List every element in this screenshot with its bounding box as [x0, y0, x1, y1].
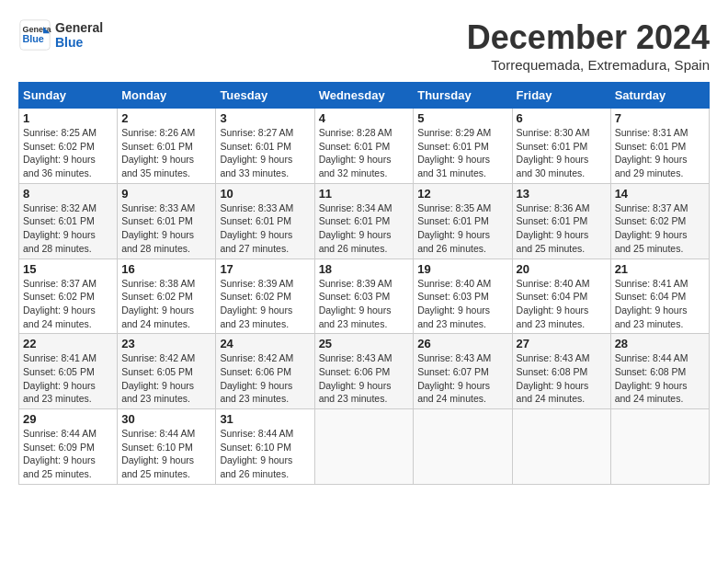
day-info-text: Daylight: 9 hours: [220, 153, 310, 167]
day-info-text: Sunrise: 8:36 AM: [517, 201, 607, 215]
calendar-day-20: 20Sunrise: 8:40 AMSunset: 6:04 PMDayligh…: [512, 259, 610, 334]
day-info-text: Sunrise: 8:44 AM: [615, 351, 705, 365]
day-number: 20: [517, 262, 607, 276]
calendar-header-thursday: Thursday: [414, 83, 512, 109]
day-info-text: and 23 minutes.: [615, 317, 705, 331]
day-info-text: and 25 minutes.: [121, 467, 211, 481]
day-info-text: Sunrise: 8:28 AM: [319, 126, 410, 140]
logo: General Blue General Blue: [18, 18, 103, 52]
day-number: 18: [319, 262, 410, 276]
calendar-day-4: 4Sunrise: 8:28 AMSunset: 6:01 PMDaylight…: [314, 109, 414, 184]
day-number: 12: [417, 187, 507, 201]
day-info-text: Sunset: 6:07 PM: [417, 365, 507, 379]
day-info-text: and 29 minutes.: [615, 167, 705, 180]
day-number: 4: [319, 111, 410, 125]
day-number: 29: [23, 412, 113, 426]
calendar-day-24: 24Sunrise: 8:42 AMSunset: 6:06 PMDayligh…: [216, 334, 314, 409]
calendar-day-2: 2Sunrise: 8:26 AMSunset: 6:01 PMDaylight…: [118, 109, 216, 184]
day-info-text: Sunset: 6:02 PM: [23, 290, 113, 304]
calendar-day-25: 25Sunrise: 8:43 AMSunset: 6:06 PMDayligh…: [314, 334, 414, 409]
day-info-text: Daylight: 9 hours: [417, 153, 507, 167]
day-info-text: Sunset: 6:02 PM: [23, 140, 113, 154]
day-info-text: and 28 minutes.: [23, 242, 113, 256]
calendar-week-3: 15Sunrise: 8:37 AMSunset: 6:02 PMDayligh…: [19, 259, 710, 334]
calendar-empty: [610, 409, 709, 485]
calendar-table: SundayMondayTuesdayWednesdayThursdayFrid…: [18, 82, 710, 485]
day-info-text: Sunset: 6:01 PM: [517, 214, 607, 228]
calendar-week-5: 29Sunrise: 8:44 AMSunset: 6:09 PMDayligh…: [19, 409, 710, 485]
day-info-text: Sunrise: 8:43 AM: [517, 351, 607, 365]
day-number: 13: [517, 187, 607, 201]
calendar-header-wednesday: Wednesday: [314, 83, 414, 109]
day-number: 15: [23, 262, 113, 276]
day-info-text: and 33 minutes.: [220, 167, 310, 180]
day-info-text: Sunrise: 8:43 AM: [417, 351, 507, 365]
day-number: 25: [319, 337, 410, 350]
day-info-text: Daylight: 9 hours: [319, 228, 410, 242]
calendar-day-17: 17Sunrise: 8:39 AMSunset: 6:02 PMDayligh…: [216, 259, 314, 334]
day-info-text: and 27 minutes.: [220, 242, 310, 256]
day-info-text: Sunrise: 8:44 AM: [220, 427, 310, 441]
day-info-text: Sunrise: 8:39 AM: [319, 277, 410, 291]
day-info-text: Sunrise: 8:44 AM: [23, 427, 113, 441]
day-number: 1: [23, 111, 113, 125]
day-info-text: Sunrise: 8:25 AM: [23, 126, 113, 140]
day-info-text: and 23 minutes.: [220, 392, 310, 406]
day-info-text: Sunset: 6:10 PM: [121, 441, 211, 454]
day-number: 3: [220, 111, 310, 125]
calendar-header-saturday: Saturday: [610, 83, 709, 109]
day-info-text: Sunrise: 8:37 AM: [615, 201, 705, 215]
subtitle: Torrequemada, Extremadura, Spain: [467, 57, 710, 73]
calendar-day-14: 14Sunrise: 8:37 AMSunset: 6:02 PMDayligh…: [610, 183, 709, 259]
day-number: 27: [517, 337, 607, 350]
day-info-text: and 28 minutes.: [121, 242, 211, 256]
calendar-day-30: 30Sunrise: 8:44 AMSunset: 6:10 PMDayligh…: [118, 409, 216, 485]
calendar-day-1: 1Sunrise: 8:25 AMSunset: 6:02 PMDaylight…: [19, 109, 118, 184]
day-info-text: Sunrise: 8:39 AM: [220, 277, 310, 291]
day-info-text: Sunrise: 8:38 AM: [121, 277, 211, 291]
day-info-text: Sunset: 6:01 PM: [417, 140, 507, 154]
day-info-text: and 35 minutes.: [121, 167, 211, 180]
day-number: 19: [417, 262, 507, 276]
day-info-text: Sunset: 6:09 PM: [23, 441, 113, 454]
calendar-day-8: 8Sunrise: 8:32 AMSunset: 6:01 PMDaylight…: [19, 183, 118, 259]
day-info-text: Sunset: 6:01 PM: [517, 140, 607, 154]
day-info-text: and 24 minutes.: [417, 392, 507, 406]
day-number: 9: [121, 187, 211, 201]
day-info-text: and 32 minutes.: [319, 167, 410, 180]
day-info-text: Daylight: 9 hours: [615, 379, 705, 393]
day-info-text: Daylight: 9 hours: [615, 153, 705, 167]
day-info-text: Sunset: 6:02 PM: [615, 214, 705, 228]
day-info-text: and 25 minutes.: [23, 467, 113, 481]
day-info-text: Sunrise: 8:30 AM: [517, 126, 607, 140]
day-info-text: and 23 minutes.: [417, 317, 507, 331]
day-info-text: Daylight: 9 hours: [121, 379, 211, 393]
day-info-text: Daylight: 9 hours: [23, 304, 113, 317]
day-info-text: Sunset: 6:01 PM: [615, 140, 705, 154]
calendar-day-15: 15Sunrise: 8:37 AMSunset: 6:02 PMDayligh…: [19, 259, 118, 334]
day-info-text: Daylight: 9 hours: [220, 454, 310, 467]
day-number: 2: [121, 111, 211, 125]
day-info-text: and 25 minutes.: [615, 242, 705, 256]
day-info-text: Daylight: 9 hours: [615, 228, 705, 242]
day-info-text: Sunrise: 8:32 AM: [23, 201, 113, 215]
day-info-text: Sunset: 6:06 PM: [220, 365, 310, 379]
day-info-text: and 24 minutes.: [615, 392, 705, 406]
day-info-text: Daylight: 9 hours: [517, 228, 607, 242]
day-info-text: Daylight: 9 hours: [319, 304, 410, 317]
day-info-text: Sunset: 6:03 PM: [417, 290, 507, 304]
day-info-text: Sunrise: 8:29 AM: [417, 126, 507, 140]
calendar-day-6: 6Sunrise: 8:30 AMSunset: 6:01 PMDaylight…: [512, 109, 610, 184]
day-info-text: and 23 minutes.: [517, 317, 607, 331]
day-info-text: Daylight: 9 hours: [23, 379, 113, 393]
day-info-text: Daylight: 9 hours: [417, 228, 507, 242]
day-info-text: Sunset: 6:01 PM: [319, 140, 410, 154]
day-number: 30: [121, 412, 211, 426]
day-info-text: Sunrise: 8:41 AM: [615, 277, 705, 291]
day-info-text: Sunrise: 8:35 AM: [417, 201, 507, 215]
calendar-header-tuesday: Tuesday: [216, 83, 314, 109]
day-info-text: and 24 minutes.: [23, 317, 113, 331]
calendar-header-monday: Monday: [118, 83, 216, 109]
day-info-text: Daylight: 9 hours: [319, 153, 410, 167]
day-info-text: Daylight: 9 hours: [23, 228, 113, 242]
